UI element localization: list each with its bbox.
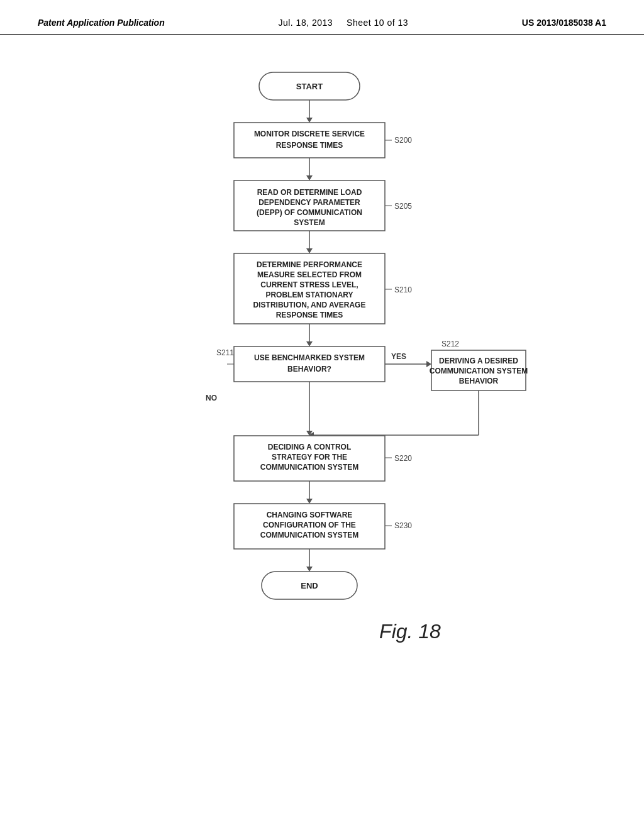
header-sheet: Sheet 10 of 13 xyxy=(347,18,408,28)
s210-text-1: DETERMINE PERFORMANCE xyxy=(257,260,362,269)
s212-text-2: COMMUNICATION SYSTEM xyxy=(430,367,528,375)
page-header: Patent Application Publication Jul. 18, … xyxy=(0,0,644,35)
header-publication-label: Patent Application Publication xyxy=(38,18,165,28)
s230-text-1: CHANGING SOFTWARE xyxy=(267,511,353,519)
flowchart-svg: START MONITOR DISCRETE SERVICE RESPONSE … xyxy=(108,60,536,783)
s205-text-1: READ OR DETERMINE LOAD xyxy=(257,188,362,197)
s210-step-label: S210 xyxy=(394,285,412,294)
s200-text-2: RESPONSE TIMES xyxy=(276,141,343,150)
main-content: START MONITOR DISCRETE SERVICE RESPONSE … xyxy=(0,35,644,808)
s220-step-label: S220 xyxy=(394,454,412,463)
svg-rect-3 xyxy=(234,123,385,158)
end-label: END xyxy=(301,581,318,590)
s210-text-2: MEASURE SELECTED FROM xyxy=(257,270,362,279)
header-date: Jul. 18, 2013 xyxy=(278,18,333,28)
svg-marker-6 xyxy=(306,175,313,180)
s205-step-label: S205 xyxy=(394,202,412,211)
s211-step-label: S211 xyxy=(216,348,234,357)
svg-marker-33 xyxy=(306,567,313,572)
s220-text-3: COMMUNICATION SYSTEM xyxy=(260,463,358,472)
svg-marker-14 xyxy=(306,341,313,346)
start-label: START xyxy=(296,82,323,91)
s230-text-2: CONFIGURATION OF THE xyxy=(263,521,356,529)
s210-text-4: PROBLEM STATIONARY xyxy=(265,290,353,299)
s212-text-1: DERIVING A DESIRED xyxy=(439,357,518,365)
s210-text-5: DISTRIBUTION, AND AVERAGE xyxy=(253,301,366,309)
s212-text-3: BEHAVIOR xyxy=(459,377,499,385)
header-date-sheet: Jul. 18, 2013 Sheet 10 of 13 xyxy=(278,18,408,28)
s210-text-6: RESPONSE TIMES xyxy=(276,311,343,319)
no-label: NO xyxy=(206,394,217,402)
s205-text-4: SYSTEM xyxy=(294,218,325,227)
s211-text-1: USE BENCHMARKED SYSTEM xyxy=(254,353,365,362)
s200-text-1: MONITOR DISCRETE SERVICE xyxy=(254,130,365,138)
s230-text-3: COMMUNICATION SYSTEM xyxy=(260,531,358,540)
s220-text-2: STRATEGY FOR THE xyxy=(272,453,347,462)
figure-caption: Fig. 18 xyxy=(379,620,441,643)
s220-text-1: DECIDING A CONTROL xyxy=(268,443,351,451)
s210-text-3: CURRENT STRESS LEVEL, xyxy=(260,280,358,289)
s212-step-label: S212 xyxy=(441,340,459,348)
svg-marker-29 xyxy=(306,499,313,504)
s200-step-label: S200 xyxy=(394,136,412,145)
s205-text-3: (DEPP) OF COMMUNICATION xyxy=(257,208,362,217)
header-patent-number: US 2013/0185038 A1 xyxy=(522,18,606,28)
s230-step-label: S230 xyxy=(394,521,412,530)
svg-marker-2 xyxy=(306,118,313,123)
yes-label: YES xyxy=(391,352,406,361)
svg-rect-15 xyxy=(234,346,385,382)
s205-text-2: DEPENDENCY PARAMETER xyxy=(258,198,360,207)
svg-marker-10 xyxy=(306,248,313,253)
s211-text-2: BEHAVIOR? xyxy=(287,365,331,374)
